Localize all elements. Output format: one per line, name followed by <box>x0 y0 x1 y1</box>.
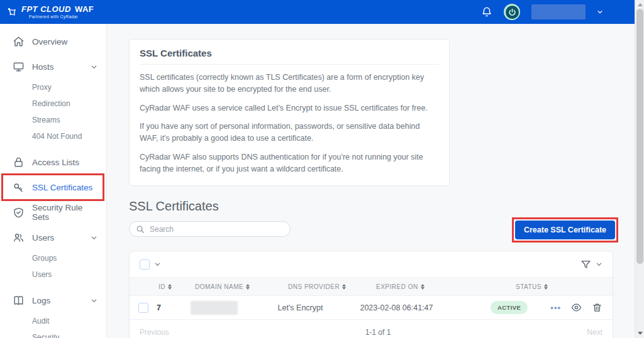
sidebar-item-access-lists[interactable]: Access Lists <box>0 150 106 175</box>
sidebar-nav: Overview Hosts Proxy Redirection Streams… <box>0 24 107 338</box>
lock-icon <box>13 156 25 168</box>
sidebar-item-security-rule-sets[interactable]: Security Rule Sets <box>0 200 106 225</box>
pagination-next[interactable]: Next <box>587 328 602 337</box>
view-icon[interactable] <box>571 302 582 313</box>
sidebar-item-label: Access Lists <box>32 158 97 167</box>
info-card-title: SSL Certificates <box>140 48 439 65</box>
monitor-icon <box>13 61 25 73</box>
cell-id: 7 <box>157 303 161 312</box>
users-icon <box>13 232 25 244</box>
vertical-scrollbar[interactable] <box>635 0 644 338</box>
sidebar-subitem-groups[interactable]: Groups <box>0 250 106 266</box>
sidebar-item-hosts[interactable]: Hosts <box>0 54 106 79</box>
sidebar-item-label: Overview <box>32 37 97 46</box>
column-header-id[interactable]: ID <box>158 283 195 290</box>
sidebar-subitem-proxy[interactable]: Proxy <box>0 79 106 95</box>
info-paragraph: CyRadar WAF uses a service called Let's … <box>140 102 439 114</box>
app-subtitle: Partnered with CyRadar <box>21 15 94 19</box>
sidebar-item-users[interactable]: Users <box>0 225 106 250</box>
column-header-dns-provider[interactable]: DNS PROVIDER <box>288 283 376 290</box>
create-ssl-certificate-button[interactable]: Create SSL Certificate <box>515 221 615 239</box>
sidebar-subitem-streams[interactable]: Streams <box>0 112 106 128</box>
molecule-logo-icon <box>6 6 18 18</box>
scroll-up-arrow[interactable] <box>638 3 643 6</box>
sidebar-item-ssl-certificates[interactable]: SSL Certificates <box>0 175 106 200</box>
certificates-table: ID DOMAIN NAME DNS PROVIDER EXPIRED ON S… <box>129 251 613 338</box>
chevron-down-icon <box>91 234 97 241</box>
ssl-info-card: SSL Certificates SSL certificates (corre… <box>129 39 450 186</box>
sort-icon <box>544 284 548 290</box>
chevron-down-icon[interactable] <box>597 9 603 15</box>
column-header-expired-on[interactable]: EXPIRED ON <box>376 283 516 290</box>
scrollbar-thumb[interactable] <box>636 9 643 264</box>
filter-icon[interactable] <box>580 259 591 270</box>
sidebar-subitem-security[interactable]: Security <box>0 329 106 338</box>
search-icon <box>136 225 145 234</box>
key-icon <box>13 182 25 194</box>
table-toolbar <box>130 251 613 277</box>
sort-icon <box>246 284 250 290</box>
info-paragraph: If you have any sort of personal informa… <box>140 121 439 144</box>
page-title: SSL Certificates <box>129 199 637 214</box>
sidebar-subitem-redirection[interactable]: Redirection <box>0 95 106 112</box>
table-row[interactable]: 7 Let's Encrypt 2023-02-08 06:41:47 ACTI… <box>130 296 613 320</box>
pagination-range: 1-1 of 1 <box>365 328 391 337</box>
book-icon <box>13 295 25 307</box>
cell-expired-on: 2023-02-08 06:41:47 <box>360 303 491 312</box>
chevron-down-icon <box>91 297 97 304</box>
select-all-checkbox[interactable] <box>140 259 150 270</box>
delete-icon[interactable] <box>592 302 602 313</box>
sidebar-item-overview[interactable]: Overview <box>0 29 106 54</box>
more-options-icon[interactable]: ••• <box>550 303 561 312</box>
sidebar-subitem-users[interactable]: Users <box>0 266 106 283</box>
sidebar-item-logs[interactable]: Logs <box>0 288 106 313</box>
cell-dns-provider: Let's Encrypt <box>278 303 360 312</box>
brand-logo: FPT CLOUDWAF Partnered with CyRadar <box>6 5 94 19</box>
search-input[interactable] <box>150 225 284 234</box>
shield-check-icon <box>13 207 25 219</box>
sort-icon <box>342 284 346 290</box>
search-box[interactable] <box>129 221 291 237</box>
sort-icon <box>168 284 172 290</box>
info-paragraph: CyRadar WAF also supports DNS authentica… <box>140 151 439 175</box>
bell-icon[interactable] <box>481 6 492 18</box>
sort-icon <box>421 284 425 290</box>
redacted-username[interactable] <box>531 4 586 19</box>
top-header-bar: FPT CLOUDWAF Partnered with CyRadar <box>0 0 637 24</box>
home-icon <box>13 36 25 48</box>
red-highlight-box: Create SSL Certificate <box>512 217 618 243</box>
info-paragraph: SSL certificates (correctly known as TLS… <box>140 72 439 95</box>
sidebar-subitem-404-not-found[interactable]: 404 Not Found <box>0 128 106 144</box>
row-checkbox[interactable] <box>138 303 148 313</box>
table-pagination: Previous 1-1 of 1 Next <box>130 320 613 338</box>
sidebar-item-label: Security Rule Sets <box>32 203 97 222</box>
chevron-down-icon <box>91 63 97 70</box>
scroll-down-arrow[interactable] <box>638 332 643 335</box>
main-content: SSL Certificates SSL certificates (corre… <box>107 24 637 338</box>
sidebar-item-label: Hosts <box>32 62 91 72</box>
power-avatar-icon[interactable] <box>504 4 520 20</box>
sidebar-item-label: Logs <box>32 296 91 305</box>
table-header-row: ID DOMAIN NAME DNS PROVIDER EXPIRED ON S… <box>130 277 613 296</box>
status-badge: ACTIVE <box>491 301 528 314</box>
column-header-domain-name[interactable]: DOMAIN NAME <box>195 283 288 290</box>
chevron-down-icon[interactable] <box>596 261 602 268</box>
redacted-domain-name <box>191 301 238 315</box>
sidebar-subitem-audit[interactable]: Audit <box>0 313 106 329</box>
column-header-status[interactable]: STATUS <box>516 283 580 290</box>
pagination-previous[interactable]: Previous <box>140 328 169 337</box>
sidebar-item-label: Users <box>32 233 91 243</box>
sidebar-item-label: SSL Certificates <box>32 183 97 192</box>
app-title: FPT CLOUDWAF <box>21 5 94 13</box>
chevron-down-icon[interactable] <box>154 261 161 268</box>
